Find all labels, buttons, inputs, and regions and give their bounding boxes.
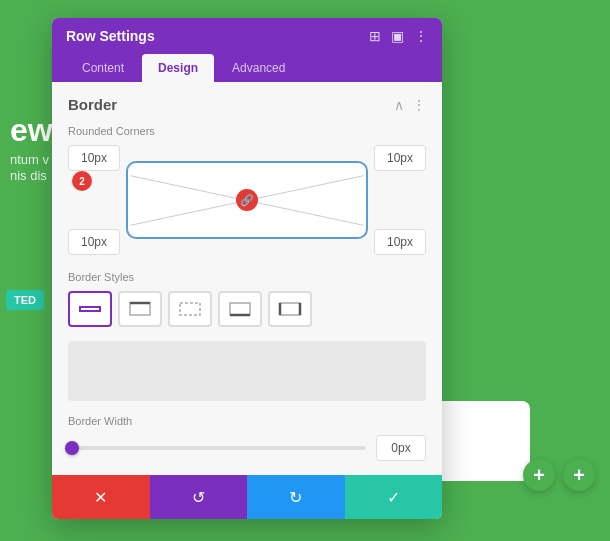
svg-rect-1 <box>130 303 150 315</box>
tabs-bar: Content Design Advanced <box>52 54 442 82</box>
panel-header: Row Settings ⊞ ▣ ⋮ <box>52 18 442 54</box>
svg-rect-0 <box>80 307 100 311</box>
tab-design[interactable]: Design <box>142 54 214 82</box>
slider-track <box>68 446 366 450</box>
bg-add-circle-1[interactable]: + <box>523 459 555 491</box>
border-style-dashed[interactable] <box>168 291 212 327</box>
corners-widget: 2 🔗 <box>68 145 426 255</box>
corner-bottom-left-input[interactable] <box>68 229 120 255</box>
color-picker-area[interactable] <box>68 341 426 401</box>
corner-top-right-input[interactable] <box>374 145 426 171</box>
border-width-slider-row <box>68 435 426 461</box>
more-icon[interactable]: ⋮ <box>414 28 428 44</box>
redo-button[interactable]: ↻ <box>247 475 345 519</box>
top-border-icon <box>128 301 152 317</box>
confirm-button[interactable]: ✓ <box>345 475 443 519</box>
bottom-border-icon <box>228 301 252 317</box>
svg-rect-6 <box>280 303 300 315</box>
svg-rect-3 <box>180 303 200 315</box>
border-section-title: Border <box>68 96 117 113</box>
border-width-slider[interactable] <box>68 446 366 450</box>
corner-badge-2: 2 <box>72 171 92 191</box>
border-styles-section: Border Styles <box>68 271 426 327</box>
collapse-icon[interactable]: ∧ <box>394 97 404 113</box>
corner-bottom-right-input[interactable] <box>374 229 426 255</box>
cancel-icon: ✕ <box>94 488 107 507</box>
confirm-icon: ✓ <box>387 488 400 507</box>
border-styles-label: Border Styles <box>68 271 426 283</box>
tab-content[interactable]: Content <box>66 54 140 82</box>
border-section-header: Border ∧ ⋮ <box>68 96 426 113</box>
border-width-value-input[interactable] <box>376 435 426 461</box>
bg-button: TED <box>6 290 44 310</box>
border-width-section: Border Width <box>68 415 426 461</box>
corners-preview: 🔗 <box>126 161 368 239</box>
link-badge[interactable]: 🔗 <box>236 189 258 211</box>
border-width-label: Border Width <box>68 415 426 427</box>
section-more-icon[interactable]: ⋮ <box>412 97 426 113</box>
expand-icon[interactable]: ⊞ <box>369 28 381 44</box>
panel-title: Row Settings <box>66 28 155 44</box>
corner-top-left-input[interactable] <box>68 145 120 171</box>
border-style-options <box>68 291 426 327</box>
reset-icon: ↺ <box>192 488 205 507</box>
bg-text: ew ntum v nis dis <box>10 110 53 185</box>
action-bar: ✕ ↺ ↻ ✓ <box>52 475 442 519</box>
border-style-sides[interactable] <box>268 291 312 327</box>
section-controls: ∧ ⋮ <box>394 97 426 113</box>
row-settings-panel: Row Settings ⊞ ▣ ⋮ Content Design Advanc… <box>52 18 442 519</box>
solid-border-icon <box>78 301 102 317</box>
tab-advanced[interactable]: Advanced <box>216 54 301 82</box>
reset-button[interactable]: ↺ <box>150 475 248 519</box>
border-style-top[interactable] <box>118 291 162 327</box>
rounded-corners-label: Rounded Corners <box>68 125 426 137</box>
slider-thumb[interactable] <box>65 441 79 455</box>
panel-header-icons: ⊞ ▣ ⋮ <box>369 28 428 44</box>
dashed-border-icon <box>178 301 202 317</box>
bg-add-circle-2[interactable]: + <box>563 459 595 491</box>
sides-border-icon <box>278 301 302 317</box>
panel-body: Border ∧ ⋮ Rounded Corners 2 <box>52 82 442 475</box>
split-icon[interactable]: ▣ <box>391 28 404 44</box>
svg-rect-4 <box>230 303 250 315</box>
cancel-button[interactable]: ✕ <box>52 475 150 519</box>
border-style-solid[interactable] <box>68 291 112 327</box>
redo-icon: ↻ <box>289 488 302 507</box>
link-icon: 🔗 <box>240 194 254 207</box>
border-style-bottom[interactable] <box>218 291 262 327</box>
